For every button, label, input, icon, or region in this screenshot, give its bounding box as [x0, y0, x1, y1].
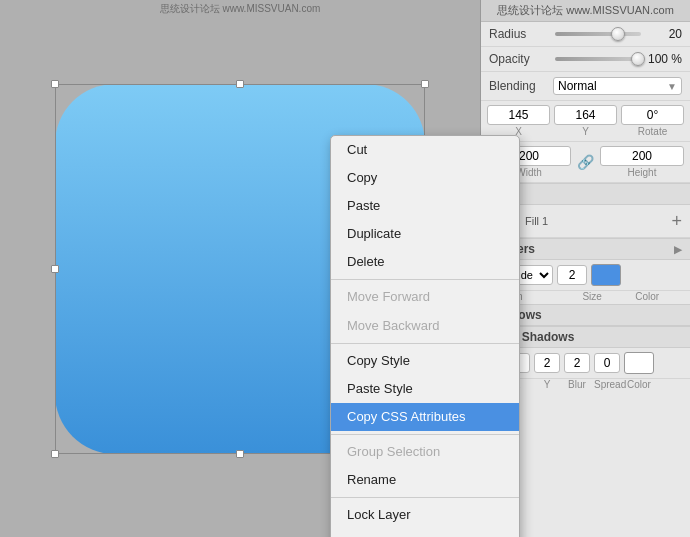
position-y-field: Y [554, 105, 617, 137]
radius-slider[interactable] [555, 32, 641, 36]
height-label: Height [628, 167, 657, 178]
opacity-label: Opacity [489, 52, 549, 66]
watermark-text: 思统设计论坛 www.MISSVUAN.com [160, 2, 321, 16]
handle-bottom-left[interactable] [51, 450, 59, 458]
fill-name: Fill 1 [525, 215, 548, 227]
opacity-thumb[interactable] [631, 52, 645, 66]
border-size-input[interactable] [557, 265, 587, 285]
radius-value: 20 [647, 27, 682, 41]
menu-separator-3 [331, 434, 519, 435]
shadow-color-label-text: Color [624, 379, 654, 390]
menu-item-hide-layer[interactable]: Hide Layer [331, 529, 519, 537]
handle-top-left[interactable] [51, 80, 59, 88]
menu-item-cut[interactable]: Cut [331, 136, 519, 164]
borders-arrow-icon: ▶ [674, 244, 682, 255]
menu-item-lock-layer[interactable]: Lock Layer [331, 501, 519, 529]
height-input[interactable] [600, 146, 684, 166]
radius-thumb[interactable] [611, 27, 625, 41]
menu-item-paste[interactable]: Paste [331, 192, 519, 220]
panel-header: 思统设计论坛 www.MISSVUAN.com [481, 0, 690, 22]
blending-value: Normal [558, 79, 597, 93]
shadow-color-swatch[interactable] [624, 352, 654, 374]
menu-item-paste-style[interactable]: Paste Style [331, 375, 519, 403]
blending-arrow-icon: ▼ [667, 81, 677, 92]
handle-top-right[interactable] [421, 80, 429, 88]
position-x-field: X [487, 105, 550, 137]
menu-item-group-selection: Group Selection [331, 438, 519, 466]
opacity-row: Opacity 100 % [481, 47, 690, 72]
handle-top-mid[interactable] [236, 80, 244, 88]
blending-label: Blending [489, 79, 549, 93]
height-field: Height [600, 146, 684, 178]
menu-separator-1 [331, 279, 519, 280]
menu-item-move-forward: Move Forward [331, 283, 519, 311]
opacity-value: 100 % [647, 52, 682, 66]
menu-item-duplicate[interactable]: Duplicate [331, 220, 519, 248]
rotate-input[interactable] [621, 105, 684, 125]
menu-separator-2 [331, 343, 519, 344]
menu-item-copy-style[interactable]: Copy Style [331, 347, 519, 375]
shadow-spread-label: Spread [594, 379, 620, 390]
position-x-input[interactable] [487, 105, 550, 125]
position-y-input[interactable] [554, 105, 617, 125]
radius-row: Radius 20 [481, 22, 690, 47]
shadow-blur-input[interactable] [564, 353, 590, 373]
border-color-label: Color [635, 291, 684, 302]
menu-item-delete[interactable]: Delete [331, 248, 519, 276]
shadow-y-input[interactable] [534, 353, 560, 373]
rotate-label: Rotate [638, 126, 667, 137]
menu-item-copy[interactable]: Copy [331, 164, 519, 192]
add-fill-button[interactable]: + [671, 212, 682, 230]
border-color-swatch[interactable] [591, 264, 621, 286]
menu-separator-4 [331, 497, 519, 498]
lock-icon[interactable]: 🔗 [575, 154, 596, 170]
context-menu: Cut Copy Paste Duplicate Delete Move For… [330, 135, 520, 537]
y-label: Y [582, 126, 589, 137]
width-label: Width [516, 167, 542, 178]
shadow-blur-label: Blur [564, 379, 590, 390]
menu-item-rename[interactable]: Rename [331, 466, 519, 494]
rotate-field: Rotate [621, 105, 684, 137]
blending-row: Blending Normal ▼ [481, 72, 690, 101]
radius-label: Radius [489, 27, 549, 41]
handle-mid-left[interactable] [51, 265, 59, 273]
menu-item-move-backward: Move Backward [331, 312, 519, 340]
opacity-slider[interactable] [555, 57, 641, 61]
handle-bottom-mid[interactable] [236, 450, 244, 458]
menu-item-copy-css[interactable]: Copy CSS Attributes [331, 403, 519, 431]
blending-select[interactable]: Normal ▼ [553, 77, 682, 95]
border-size-label: Size [582, 291, 631, 302]
shadow-spread-input[interactable] [594, 353, 620, 373]
shadow-y-label: Y [534, 379, 560, 390]
